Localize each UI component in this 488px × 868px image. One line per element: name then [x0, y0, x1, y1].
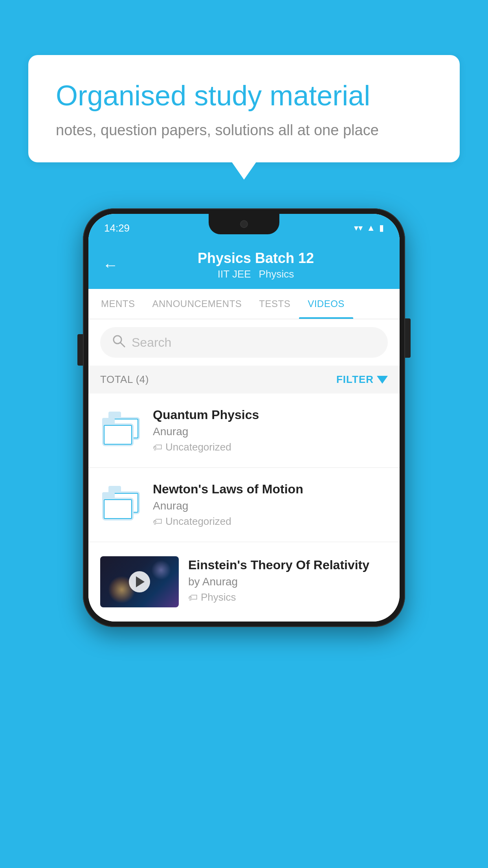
tag-icon-2: 🏷 — [153, 516, 162, 527]
tag-icon-3: 🏷 — [188, 592, 198, 603]
folder-icon-2 — [102, 486, 141, 521]
folder-icon-1 — [102, 412, 141, 447]
header-tags: IIT JEE Physics — [126, 268, 385, 280]
video-thumb-1 — [100, 408, 143, 451]
speech-bubble-card: Organised study material notes, question… — [28, 55, 460, 162]
app-header: ← Physics Batch 12 IIT JEE Physics — [88, 242, 400, 289]
total-count: TOTAL (4) — [100, 373, 149, 386]
video-tag-1: 🏷 Uncategorized — [153, 441, 388, 453]
search-input[interactable]: Search — [132, 335, 171, 350]
filter-icon — [377, 376, 388, 384]
header-title-block: Physics Batch 12 IIT JEE Physics — [126, 250, 385, 280]
tab-tests[interactable]: TESTS — [250, 289, 299, 319]
tab-videos[interactable]: VIDEOS — [299, 289, 353, 319]
phone-screen: 14:29 ▾▾ ▲ ▮ ← Physics Batch 12 IIT JEE — [88, 214, 400, 622]
video-thumb-2 — [100, 482, 143, 525]
battery-icon: ▮ — [379, 223, 384, 233]
tab-announcements[interactable]: ANNOUNCEMENTS — [144, 289, 251, 319]
play-button-3[interactable] — [129, 571, 150, 592]
video-author-3: by Anurag — [188, 576, 388, 588]
header-tag-physics: Physics — [259, 268, 294, 280]
back-button[interactable]: ← — [103, 256, 118, 274]
filter-bar: TOTAL (4) FILTER — [88, 366, 400, 394]
video-list: Quantum Physics Anurag 🏷 Uncategorized — [88, 394, 400, 622]
search-container: Search — [88, 319, 400, 366]
thumb-glow-2 — [151, 560, 171, 580]
svg-line-1 — [121, 343, 125, 347]
speech-bubble-section: Organised study material notes, question… — [28, 55, 460, 162]
video-item-3[interactable]: Einstein's Theory Of Relativity by Anura… — [88, 542, 400, 622]
video-info-3: Einstein's Theory Of Relativity by Anura… — [188, 556, 388, 603]
wifi-icon: ▾▾ — [354, 223, 363, 233]
camera-dot — [240, 220, 248, 228]
video-item-2[interactable]: Newton's Laws of Motion Anurag 🏷 Uncateg… — [88, 468, 400, 542]
play-icon-3 — [136, 576, 145, 587]
video-title-2: Newton's Laws of Motion — [153, 482, 388, 497]
tabs-bar: MENTS ANNOUNCEMENTS TESTS VIDEOS — [88, 289, 400, 319]
video-author-2: Anurag — [153, 500, 388, 512]
filter-button[interactable]: FILTER — [336, 373, 388, 386]
status-icons: ▾▾ ▲ ▮ — [354, 223, 384, 233]
phone-wrapper: 14:29 ▾▾ ▲ ▮ ← Physics Batch 12 IIT JEE — [83, 208, 405, 627]
header-tag-iitjee: IIT JEE — [218, 268, 251, 280]
signal-icon: ▲ — [367, 223, 375, 233]
video-title-3: Einstein's Theory Of Relativity — [188, 558, 388, 572]
video-tag-3: 🏷 Physics — [188, 591, 388, 603]
video-info-2: Newton's Laws of Motion Anurag 🏷 Uncateg… — [153, 482, 388, 528]
bubble-subtitle: notes, question papers, solutions all at… — [56, 122, 432, 139]
status-bar: 14:29 ▾▾ ▲ ▮ — [88, 214, 400, 242]
phone-outer: 14:29 ▾▾ ▲ ▮ ← Physics Batch 12 IIT JEE — [83, 208, 405, 627]
video-info-1: Quantum Physics Anurag 🏷 Uncategorized — [153, 408, 388, 453]
header-title: Physics Batch 12 — [126, 250, 385, 267]
phone-notch — [209, 214, 279, 234]
status-time: 14:29 — [104, 222, 130, 234]
video-tag-2: 🏷 Uncategorized — [153, 515, 388, 528]
search-icon — [112, 334, 125, 351]
video-thumbnail-3 — [100, 556, 179, 607]
video-title-1: Quantum Physics — [153, 408, 388, 422]
tab-ments[interactable]: MENTS — [92, 289, 144, 319]
tag-icon-1: 🏷 — [153, 442, 162, 453]
video-author-1: Anurag — [153, 425, 388, 438]
bubble-title: Organised study material — [56, 79, 432, 112]
video-item-1[interactable]: Quantum Physics Anurag 🏷 Uncategorized — [88, 394, 400, 468]
search-bar[interactable]: Search — [100, 327, 388, 358]
